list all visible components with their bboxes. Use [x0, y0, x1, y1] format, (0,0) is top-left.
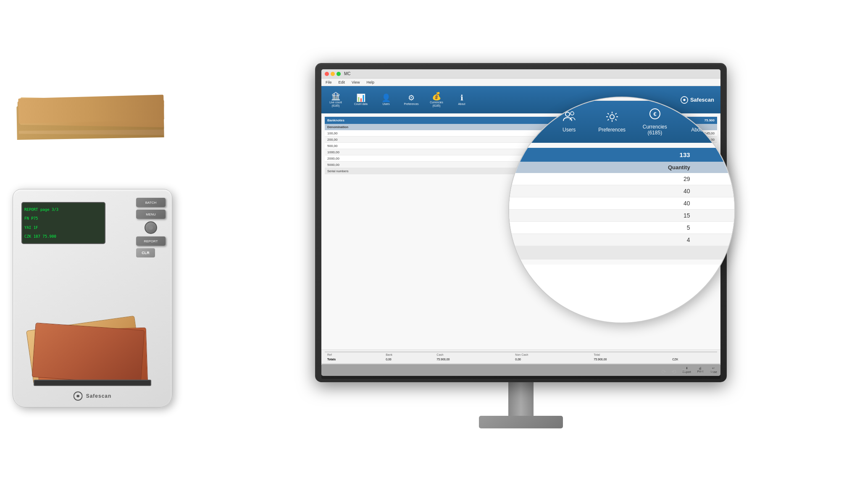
machine: REPORT page 3/3 FN P75 YAI 1F CZK 187 75… — [4, 63, 181, 441]
zoom-denom-200: 200,00 — [508, 185, 600, 197]
batch-button[interactable]: BATCH — [136, 198, 166, 207]
zoom-qty-500: 40 — [600, 197, 695, 210]
denom-200: 200,00 — [325, 136, 497, 143]
toolbar-preferences[interactable]: ⚙ Preferences — [399, 88, 423, 112]
report-button[interactable]: REPORT — [136, 236, 166, 246]
zoom-count-data-label: Count data — [514, 127, 539, 133]
zoom-currencies-label: Currencies(6185) — [643, 124, 667, 136]
menu-view[interactable]: View — [351, 80, 360, 84]
round-button[interactable] — [145, 221, 157, 234]
totals-header-row: Ref Bank Cash Non Cash Total — [325, 352, 717, 357]
zoom-content-area: Banknotes 133 75.900 Denomination Quanti… — [508, 143, 735, 265]
zoom-val-500: 800,00 — [695, 197, 735, 210]
totals-row-label: Totals — [325, 357, 383, 362]
zoom-banknotes-count: 133 — [600, 148, 695, 162]
menu-edit[interactable]: Edit — [338, 80, 346, 84]
zoom-qty-1000: 15 — [600, 210, 695, 222]
count-data-svg — [520, 111, 533, 123]
zoom-table-row: 2000,00 5 500,00 — [508, 222, 735, 234]
zoom-col-value: Value — [695, 162, 735, 173]
monitor-icon-2[interactable]: ⟲ — [671, 368, 676, 375]
totals-bank: 0,00 — [383, 357, 434, 362]
monitor-icon-5[interactable]: + — [700, 368, 704, 375]
totals-currency: CZK — [670, 357, 717, 362]
clr-button[interactable]: CLR — [136, 248, 155, 257]
zoom-col-quantity: Quantity — [600, 162, 695, 173]
zoom-table-row: 1000,00 15 750,00 — [508, 210, 735, 222]
zoom-preferences-label: Preferences — [598, 127, 626, 133]
menu-help[interactable]: Help — [365, 80, 375, 84]
display-line-2: FN P75 — [24, 216, 103, 220]
zoom-banknotes-label: Banknotes — [508, 148, 600, 162]
zoom-currencies-icon: € — [648, 108, 662, 122]
monitor-stand-base — [479, 416, 563, 428]
denom-100: 100,00 — [325, 130, 497, 136]
app-title: MC — [344, 71, 351, 76]
zoom-tb-count-data[interactable]: Count data — [508, 103, 547, 141]
menu-button[interactable]: MENU — [136, 210, 166, 219]
toolbar-users[interactable]: 👤 Users — [374, 88, 398, 112]
zoom-denom-100: 100,00 — [508, 173, 600, 185]
monitor-icon-6[interactable]: ⚙ — [709, 368, 714, 375]
about-label: About — [458, 102, 465, 105]
zoom-banknotes-value: 75.900 — [695, 148, 735, 162]
live-count-icon: 🏦 — [331, 92, 340, 100]
minimize-button-tb[interactable] — [331, 72, 335, 76]
monitor-icon-1[interactable]: ⟳ — [661, 368, 666, 375]
zoom-table-header: Banknotes 133 75.900 — [508, 148, 735, 162]
preferences-svg — [605, 111, 619, 123]
machine-buttons: BATCH MENU REPORT CLR — [136, 198, 166, 257]
toolbar-about[interactable]: ℹ About — [450, 88, 474, 112]
toolbar-currencies[interactable]: 💰 Currencies(6185) — [424, 88, 449, 112]
menu-file[interactable]: File — [325, 80, 333, 84]
zoom-toolbar: 6185 Live count(6185) — [508, 101, 735, 143]
about-icon: ℹ — [460, 94, 463, 102]
zoom-preferences-icon — [605, 111, 619, 125]
zoom-tb-preferences[interactable]: Preferences — [591, 103, 632, 141]
monitor: MC File Edit View Help 🏦 Live count(6185… — [315, 63, 727, 441]
banknote-layer-5 — [18, 94, 164, 123]
zoom-denom-500: 500,00 — [508, 197, 600, 210]
non-cash-label: Non Cash — [513, 352, 591, 357]
zoom-app-window: File Edit View Help — [508, 97, 735, 265]
zoom-tb-currencies[interactable]: € Currencies(6185) — [634, 103, 675, 141]
denom-1000: 1000,00 — [325, 149, 497, 155]
zoom-qty-2000: 5 — [600, 222, 695, 234]
col-denomination: Denomination — [325, 124, 497, 130]
users-svg — [563, 111, 576, 123]
monitor-icon-4[interactable]: − — [692, 368, 695, 375]
count-data-label: Count data — [354, 102, 368, 105]
svg-point-16 — [610, 115, 614, 119]
monitor-bottom-bar: ⟳ ⟲ ☰ − + ⚙ — [321, 364, 720, 379]
toolbar-live-count[interactable]: 🏦 Live count(6185) — [323, 88, 348, 112]
toolbar-count-data[interactable]: 📊 Count data — [349, 88, 373, 112]
totals-table: Ref Bank Cash Non Cash Total Totals 0,00 — [325, 352, 717, 362]
monitor-stand-neck — [508, 382, 534, 416]
display-line-4: CZK 187 75.900 — [24, 234, 103, 239]
monitor-icon-3[interactable]: ☰ — [681, 368, 687, 375]
zoom-tb-about[interactable]: i About — [677, 103, 718, 141]
denom-500: 500,00 — [325, 143, 497, 149]
safescan-logo-icon — [74, 391, 83, 401]
users-icon: 👤 — [381, 94, 391, 102]
maximize-button-tb[interactable] — [336, 72, 341, 76]
svg-text:i: i — [697, 113, 699, 120]
total-label: Total — [591, 352, 670, 357]
zoom-qty-5000: 4 — [600, 234, 695, 246]
round-button-inner — [149, 226, 153, 230]
denom-2000: 2000,00 — [325, 155, 497, 162]
zoom-tb-users[interactable]: Users — [549, 103, 589, 141]
zoom-val-5000: 800,00 — [695, 234, 735, 246]
about-svg: i — [691, 111, 705, 123]
close-button-tb[interactable] — [325, 72, 329, 76]
zoom-safescan-icon — [720, 116, 732, 128]
zoom-circle: File Edit View Help — [508, 97, 735, 323]
machine-feed-slot — [34, 380, 151, 386]
svg-point-22 — [725, 120, 728, 123]
titlebar-controls — [325, 72, 341, 76]
totals-cash: 75.900,00 — [434, 357, 513, 362]
zoom-val-2000: 500,00 — [695, 222, 735, 234]
zoom-denom-5000: 5000,00 — [508, 234, 600, 246]
denom-5000: 5000,00 — [325, 162, 497, 168]
totals-section: Ref Bank Cash Non Cash Total Totals 0,00 — [321, 349, 720, 363]
